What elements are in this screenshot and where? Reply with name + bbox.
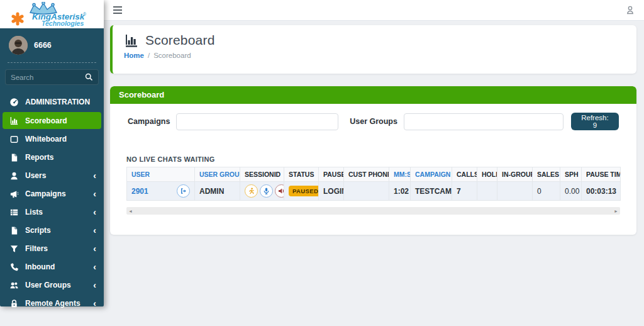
page-title: Scoreboard bbox=[145, 33, 215, 48]
sidebar: KingAsterisk ® Technologies 6666 bbox=[0, 0, 104, 306]
sidebar-item-label: Filters bbox=[25, 244, 87, 253]
campaigns-input[interactable] bbox=[176, 113, 338, 130]
col-status: STATUS bbox=[284, 167, 319, 182]
cell-pause: LOGIN bbox=[319, 182, 344, 201]
sidebar-search bbox=[5, 69, 99, 85]
main-content: Scoreboard Home / Scoreboard Scoreboard … bbox=[104, 21, 644, 235]
chevron-left-icon: ‹ bbox=[93, 226, 96, 235]
sidebar-item-campaigns[interactable]: Campaigns ‹ bbox=[0, 185, 104, 203]
sidebar-item-administration[interactable]: ADMINISTRATION bbox=[0, 93, 104, 111]
brand-logo[interactable]: KingAsterisk ® Technologies bbox=[0, 0, 104, 28]
chart-bar-icon bbox=[124, 33, 139, 48]
search-input[interactable] bbox=[11, 74, 85, 81]
lock-icon bbox=[9, 299, 19, 308]
cell-user-group: ADMIN bbox=[195, 182, 240, 201]
sidebar-item-scripts[interactable]: Scripts ‹ bbox=[0, 222, 104, 239]
col-sales: SALES bbox=[533, 167, 560, 182]
table-zone: NO LIVE CHATS WAITING USER USER GROUP SE… bbox=[126, 155, 620, 215]
profile-row[interactable]: 6666 bbox=[0, 28, 104, 61]
profile-username: 6666 bbox=[34, 41, 52, 50]
col-pause-time: PAUSE TIME bbox=[582, 167, 621, 182]
col-user-group[interactable]: USER GROUP bbox=[195, 167, 240, 182]
chevron-left-icon: ‹ bbox=[93, 208, 96, 216]
col-pause: PAUSE bbox=[319, 167, 344, 182]
sidebar-item-reports[interactable]: Reports bbox=[0, 149, 104, 166]
barge-running-icon[interactable] bbox=[245, 184, 258, 198]
sidebar-item-label: User Groups bbox=[25, 281, 87, 289]
horizontal-scrollbar[interactable]: ◄ ► bbox=[126, 207, 620, 215]
filters-row: Campaigns User Groups Refresh: 9 bbox=[128, 113, 619, 130]
sidebar-item-label: ADMINISTRATION bbox=[25, 98, 96, 106]
cell-sph: 0.00 bbox=[560, 182, 582, 201]
sidebar-item-user-groups[interactable]: User Groups ‹ bbox=[0, 276, 104, 294]
megaphone-icon bbox=[9, 189, 19, 199]
status-badge: PAUSED bbox=[289, 186, 319, 196]
sidebar-item-remote-agents[interactable]: Remote Agents ‹ bbox=[0, 295, 104, 312]
refresh-button[interactable]: Refresh: 9 bbox=[571, 113, 619, 130]
panel-title: Scoreboard bbox=[110, 86, 636, 104]
file-icon bbox=[9, 226, 19, 235]
col-campaign[interactable]: CAMPAIGN bbox=[411, 167, 452, 182]
bar-chart-icon bbox=[9, 116, 19, 125]
campaigns-label: Campaigns bbox=[128, 117, 170, 126]
sidebar-divider bbox=[8, 62, 96, 63]
sidebar-item-inbound[interactable]: Inbound ‹ bbox=[0, 258, 104, 276]
whiteboard-icon bbox=[9, 135, 19, 144]
sidebar-item-label: Scripts bbox=[25, 226, 87, 235]
col-sessionid: SESSIONID bbox=[240, 167, 284, 182]
sidebar-item-label: Whiteboard bbox=[25, 135, 96, 143]
cell-sales: 0 bbox=[533, 182, 560, 201]
user-groups-label: User Groups bbox=[350, 117, 397, 126]
cell-cust-phone bbox=[344, 182, 389, 201]
funnel-icon bbox=[9, 244, 19, 254]
col-mmss[interactable]: MM:SS bbox=[389, 167, 411, 182]
chevron-left-icon: ‹ bbox=[93, 299, 96, 308]
person-icon bbox=[625, 5, 635, 15]
chevron-left-icon: ‹ bbox=[93, 244, 96, 253]
page-header-card: Scoreboard Home / Scoreboard bbox=[110, 25, 636, 74]
gauge-icon bbox=[9, 98, 19, 107]
chevron-left-icon: ‹ bbox=[93, 171, 96, 180]
breadcrumb-home-link[interactable]: Home bbox=[124, 52, 144, 59]
logout-agent-icon[interactable] bbox=[177, 184, 190, 198]
chevron-left-icon: ‹ bbox=[93, 189, 96, 198]
search-icon[interactable] bbox=[85, 73, 93, 81]
sidebar-item-filters[interactable]: Filters ‹ bbox=[0, 240, 104, 257]
file-icon bbox=[9, 153, 19, 162]
cell-calls: 7 bbox=[452, 182, 477, 201]
sidebar-item-scoreboard[interactable]: Scoreboard bbox=[3, 112, 101, 129]
hamburger-menu-icon[interactable] bbox=[113, 6, 122, 14]
sidebar-item-lists[interactable]: Lists ‹ bbox=[0, 203, 104, 221]
scroll-right-icon[interactable]: ► bbox=[614, 209, 618, 213]
breadcrumb-separator: / bbox=[148, 52, 150, 59]
scroll-left-icon[interactable]: ◄ bbox=[128, 209, 133, 213]
user-link[interactable]: 2901 bbox=[131, 187, 148, 196]
user-groups-input[interactable] bbox=[404, 113, 564, 130]
col-calls: CALLS bbox=[452, 167, 477, 182]
sidebar-item-label: Remote Agents bbox=[25, 299, 87, 308]
sidebar-item-users[interactable]: Users ‹ bbox=[0, 167, 104, 184]
sidebar-item-label: Users bbox=[25, 171, 87, 180]
breadcrumb-current: Scoreboard bbox=[153, 52, 191, 59]
chevron-left-icon: ‹ bbox=[93, 281, 96, 289]
col-user[interactable]: USER bbox=[127, 167, 195, 182]
scoreboard-table: USER USER GROUP SESSIONID STATUS PAUSE C… bbox=[126, 167, 621, 201]
cell-hold bbox=[477, 182, 497, 201]
phone-icon bbox=[9, 262, 19, 272]
brand-tagline-text: Technologies bbox=[42, 20, 84, 27]
svg-text:®: ® bbox=[83, 12, 87, 16]
table-header-row: USER USER GROUP SESSIONID STATUS PAUSE C… bbox=[127, 167, 621, 182]
breadcrumb: Home / Scoreboard bbox=[124, 52, 625, 59]
topbar-user-menu[interactable] bbox=[625, 5, 635, 15]
scoreboard-panel: Scoreboard Campaigns User Groups Refresh… bbox=[110, 86, 636, 235]
microphone-icon[interactable] bbox=[260, 184, 273, 198]
chevron-left-icon: ‹ bbox=[93, 262, 96, 271]
sidebar-item-label: Campaigns bbox=[25, 189, 87, 198]
cell-user: 2901 bbox=[127, 182, 195, 201]
col-cust-phone: CUST PHONE bbox=[344, 167, 389, 182]
cell-status: PAUSED bbox=[284, 182, 319, 201]
sidebar-item-label: Scoreboard bbox=[25, 116, 94, 125]
sidebar-item-label: Inbound bbox=[25, 262, 87, 271]
speaker-icon[interactable] bbox=[275, 184, 284, 198]
sidebar-item-whiteboard[interactable]: Whiteboard bbox=[0, 130, 104, 148]
